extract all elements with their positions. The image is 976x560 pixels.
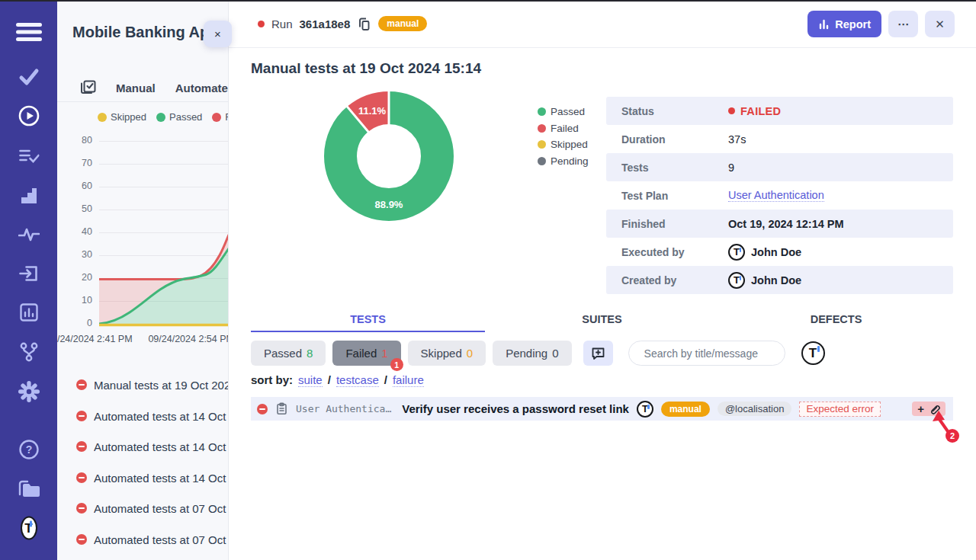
activity-icon[interactable] (18, 226, 40, 243)
legend-pending: Pending (551, 155, 589, 167)
results-donut-chart: 11.1% 88.9% (315, 84, 464, 232)
run-id: 361a18e8 (300, 18, 351, 30)
status-badge: FAILED (740, 105, 781, 117)
y-tick: 0 (57, 318, 92, 328)
sort-by-testcase[interactable]: testcase (336, 373, 379, 387)
run-list-item[interactable]: Automated tests at 14 Oct 2024 (57, 437, 229, 456)
y-tick: 20 (57, 272, 92, 283)
failed-percent-label: 11.1% (358, 105, 387, 117)
play-circle-icon[interactable] (18, 105, 40, 126)
failed-test-icon (257, 404, 268, 414)
settings-icon[interactable] (18, 381, 40, 402)
filter-failed[interactable]: Failed11 (332, 341, 400, 366)
run-title: Manual tests at 19 Oct 2024 15:14 (251, 60, 481, 77)
tab-manual[interactable]: Manual (116, 82, 156, 94)
passed-percent-label: 88.9% (375, 199, 403, 210)
bar-chart-icon (818, 18, 830, 30)
copy-icon[interactable] (357, 17, 371, 31)
tab-automated[interactable]: Automated (175, 82, 229, 94)
results-tabs: TESTS SUITES DEFECTS (251, 308, 953, 332)
table-row: Finished Oct 19, 2024 12:14 PM (606, 210, 953, 238)
failed-run-icon (76, 411, 87, 421)
import-icon[interactable] (18, 264, 39, 284)
table-row: Created by TJohn Doe (606, 266, 953, 294)
passed-dot (538, 107, 546, 116)
failed-status-dot (258, 21, 265, 27)
test-plans-icon[interactable] (18, 147, 39, 165)
y-tick: 60 (57, 181, 92, 191)
projects-icon[interactable] (18, 479, 40, 499)
assignee-avatar-filter[interactable]: T (801, 341, 825, 365)
menu-icon[interactable] (16, 22, 42, 42)
run-list-item[interactable]: Manual tests at 19 Oct 2024 (57, 376, 229, 394)
tab-suites[interactable]: SUITES (485, 308, 719, 332)
annotation-step-badge: 2 (946, 429, 959, 443)
search-input[interactable] (644, 347, 782, 360)
sort-by-label: sort by: (251, 373, 293, 386)
user-avatar: T (728, 272, 745, 289)
close-icon: × (214, 27, 221, 40)
filter-pending[interactable]: Pending0 (493, 341, 571, 366)
y-tick: 80 (57, 135, 92, 146)
project-title: Mobile Banking App (72, 24, 218, 41)
milestones-icon[interactable] (19, 186, 39, 206)
status-filters: Passed8 Failed11 Skipped0 Pending0 T (251, 341, 825, 366)
y-tick: 30 (57, 249, 92, 260)
y-tick: 10 (57, 295, 92, 306)
duration-value: 37s (728, 133, 746, 146)
test-type-badge: manual (661, 402, 710, 417)
created-by-value: John Doe (751, 274, 801, 286)
sort-by-failure[interactable]: failure (393, 373, 424, 387)
assignee-avatar: T (637, 401, 653, 418)
select-runs-icon[interactable] (80, 78, 96, 98)
legend-skipped: Skipped (111, 111, 146, 123)
sort-by-suite[interactable]: suite (298, 373, 323, 387)
close-icon: ✕ (935, 18, 945, 31)
table-row: Executed by TJohn Doe (606, 238, 953, 266)
status-dot (728, 107, 735, 114)
trend-legend: Skipped Passed Failed (98, 111, 229, 123)
sort-bar: sort by: suite/ testcase/ failure (251, 373, 424, 387)
run-list-item[interactable]: Automated tests at 07 Oct 2024 (57, 499, 229, 517)
failed-run-icon (76, 534, 87, 545)
passed-dot (156, 113, 165, 122)
failed-run-icon (76, 441, 87, 452)
reports-icon[interactable] (19, 302, 39, 322)
test-title[interactable]: Verify user receives a password reset li… (402, 402, 629, 415)
test-result-row[interactable]: User Authentica… Verify user receives a … (251, 397, 953, 421)
user-avatar: T (728, 244, 745, 261)
run-list-item[interactable]: Automated tests at 07 Oct 2024 (57, 530, 229, 549)
report-button[interactable]: Report (807, 11, 881, 37)
trend-area-chart (99, 139, 229, 327)
test-plan-link[interactable]: User Authentication (728, 189, 824, 202)
legend-passed: Passed (551, 106, 585, 117)
filter-skipped[interactable]: Skipped0 (408, 341, 486, 366)
y-tick: 70 (57, 158, 92, 168)
filter-passed[interactable]: Passed8 (251, 341, 326, 366)
run-list-item[interactable]: Automated tests at 14 Oct 2024 (57, 469, 229, 487)
legend-passed: Passed (169, 111, 202, 123)
error-badge[interactable]: Expected error (799, 402, 881, 417)
add-comment-button[interactable] (583, 341, 613, 366)
close-run-button[interactable]: ✕ (925, 11, 955, 37)
y-tick: 50 (57, 203, 92, 214)
run-list-item[interactable]: Automated tests at 14 Oct 2024 (57, 407, 229, 425)
help-icon[interactable]: ? (18, 439, 40, 460)
svg-text:?: ? (25, 443, 32, 456)
checks-icon[interactable] (18, 68, 40, 86)
add-icon[interactable]: + (917, 403, 924, 414)
panel-close-button[interactable]: × (204, 21, 232, 47)
test-tag[interactable]: @localisation (718, 402, 792, 416)
branches-icon[interactable] (18, 342, 39, 363)
suite-name[interactable]: User Authentica… (296, 403, 391, 414)
tab-tests[interactable]: TESTS (251, 308, 485, 332)
skipped-dot (538, 140, 546, 149)
run-type-badge: manual (378, 16, 427, 31)
table-row: Duration 37s (606, 125, 953, 153)
user-avatar[interactable]: T (21, 517, 37, 540)
tests-count-value: 9 (728, 162, 734, 174)
divider (57, 101, 229, 102)
more-button[interactable]: ⋯ (888, 11, 918, 37)
legend-skipped: Skipped (551, 139, 588, 150)
tab-defects[interactable]: DEFECTS (719, 308, 953, 332)
